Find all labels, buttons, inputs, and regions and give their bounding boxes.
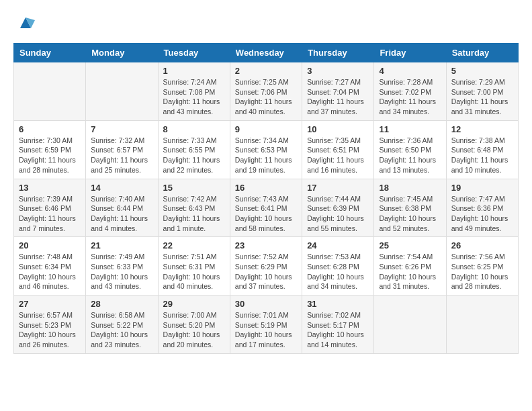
day-content: Sunrise: 7:25 AM Sunset: 7:06 PM Dayligh… (235, 77, 297, 117)
calendar-cell: 22Sunrise: 7:51 AM Sunset: 6:31 PM Dayli… (158, 237, 230, 295)
day-content: Sunrise: 7:53 AM Sunset: 6:28 PM Dayligh… (307, 252, 369, 291)
calendar-cell: 2Sunrise: 7:25 AM Sunset: 7:06 PM Daylig… (230, 62, 302, 121)
calendar-cell: 8Sunrise: 7:33 AM Sunset: 6:55 PM Daylig… (158, 120, 230, 179)
calendar-cell (86, 62, 158, 121)
day-content: Sunrise: 7:49 AM Sunset: 6:33 PM Dayligh… (91, 252, 152, 291)
calendar-cell: 24Sunrise: 7:53 AM Sunset: 6:28 PM Dayli… (302, 237, 374, 295)
day-number: 2 (235, 66, 297, 76)
calendar-cell: 31Sunrise: 7:02 AM Sunset: 5:17 PM Dayli… (302, 295, 374, 354)
calendar-cell: 20Sunrise: 7:48 AM Sunset: 6:34 PM Dayli… (14, 237, 86, 295)
page-header (13, 13, 519, 32)
calendar-cell: 29Sunrise: 7:00 AM Sunset: 5:20 PM Dayli… (158, 295, 230, 354)
calendar-cell: 30Sunrise: 7:01 AM Sunset: 5:19 PM Dayli… (230, 295, 302, 354)
day-content: Sunrise: 7:35 AM Sunset: 6:51 PM Dayligh… (307, 136, 369, 175)
calendar-cell: 16Sunrise: 7:43 AM Sunset: 6:41 PM Dayli… (230, 179, 302, 237)
calendar-cell: 26Sunrise: 7:56 AM Sunset: 6:25 PM Dayli… (446, 237, 518, 295)
day-number: 26 (451, 240, 513, 250)
calendar-cell: 3Sunrise: 7:27 AM Sunset: 7:04 PM Daylig… (302, 62, 374, 121)
day-number: 28 (91, 299, 152, 309)
calendar-cell: 4Sunrise: 7:28 AM Sunset: 7:02 PM Daylig… (374, 62, 446, 121)
day-number: 16 (235, 183, 297, 193)
calendar-cell: 23Sunrise: 7:52 AM Sunset: 6:29 PM Dayli… (230, 237, 302, 295)
day-content: Sunrise: 7:00 AM Sunset: 5:20 PM Dayligh… (163, 310, 225, 350)
day-content: Sunrise: 7:30 AM Sunset: 6:59 PM Dayligh… (19, 136, 81, 175)
calendar-cell: 17Sunrise: 7:44 AM Sunset: 6:39 PM Dayli… (302, 179, 374, 237)
day-content: Sunrise: 7:52 AM Sunset: 6:29 PM Dayligh… (235, 252, 297, 291)
header-row: SundayMondayTuesdayWednesdayThursdayFrid… (14, 44, 519, 62)
header-day-friday: Friday (374, 44, 446, 62)
day-number: 24 (307, 240, 369, 250)
calendar-cell: 19Sunrise: 7:47 AM Sunset: 6:36 PM Dayli… (446, 179, 518, 237)
day-content: Sunrise: 7:34 AM Sunset: 6:53 PM Dayligh… (235, 136, 297, 175)
day-content: Sunrise: 7:36 AM Sunset: 6:50 PM Dayligh… (379, 136, 441, 175)
day-number: 29 (163, 299, 225, 309)
header-day-monday: Monday (86, 44, 158, 62)
day-number: 27 (19, 299, 81, 309)
header-day-wednesday: Wednesday (230, 44, 302, 62)
day-content: Sunrise: 7:47 AM Sunset: 6:36 PM Dayligh… (451, 194, 513, 234)
calendar-cell: 7Sunrise: 7:32 AM Sunset: 6:57 PM Daylig… (86, 120, 158, 179)
day-number: 14 (91, 183, 152, 193)
week-row-5: 27Sunrise: 6:57 AM Sunset: 5:23 PM Dayli… (14, 295, 519, 354)
day-content: Sunrise: 7:27 AM Sunset: 7:04 PM Dayligh… (307, 77, 369, 117)
logo-icon (16, 13, 35, 32)
calendar-cell: 15Sunrise: 7:42 AM Sunset: 6:43 PM Dayli… (158, 179, 230, 237)
calendar-cell: 11Sunrise: 7:36 AM Sunset: 6:50 PM Dayli… (374, 120, 446, 179)
day-number: 21 (91, 240, 152, 250)
day-content: Sunrise: 6:57 AM Sunset: 5:23 PM Dayligh… (19, 310, 81, 350)
day-content: Sunrise: 7:24 AM Sunset: 7:08 PM Dayligh… (163, 77, 225, 117)
header-day-tuesday: Tuesday (158, 44, 230, 62)
day-number: 1 (163, 66, 225, 76)
day-content: Sunrise: 7:51 AM Sunset: 6:31 PM Dayligh… (163, 252, 225, 291)
week-row-3: 13Sunrise: 7:39 AM Sunset: 6:46 PM Dayli… (14, 179, 519, 237)
day-number: 20 (19, 240, 81, 250)
day-number: 25 (379, 240, 441, 250)
logo (13, 13, 35, 32)
day-number: 22 (163, 240, 225, 250)
calendar-table: SundayMondayTuesdayWednesdayThursdayFrid… (13, 43, 519, 354)
day-content: Sunrise: 7:38 AM Sunset: 6:48 PM Dayligh… (451, 136, 513, 175)
day-content: Sunrise: 7:43 AM Sunset: 6:41 PM Dayligh… (235, 194, 297, 234)
day-number: 19 (451, 183, 513, 193)
day-content: Sunrise: 7:40 AM Sunset: 6:44 PM Dayligh… (91, 194, 152, 234)
day-content: Sunrise: 7:01 AM Sunset: 5:19 PM Dayligh… (235, 310, 297, 350)
day-content: Sunrise: 7:48 AM Sunset: 6:34 PM Dayligh… (19, 252, 81, 291)
day-number: 30 (235, 299, 297, 309)
day-number: 23 (235, 240, 297, 250)
calendar-cell: 14Sunrise: 7:40 AM Sunset: 6:44 PM Dayli… (86, 179, 158, 237)
calendar-cell: 6Sunrise: 7:30 AM Sunset: 6:59 PM Daylig… (14, 120, 86, 179)
day-content: Sunrise: 7:54 AM Sunset: 6:26 PM Dayligh… (379, 252, 441, 291)
day-content: Sunrise: 6:58 AM Sunset: 5:22 PM Dayligh… (91, 310, 152, 350)
day-number: 11 (379, 124, 441, 134)
day-number: 5 (451, 66, 513, 76)
day-number: 4 (379, 66, 441, 76)
day-number: 17 (307, 183, 369, 193)
day-number: 13 (19, 183, 81, 193)
day-content: Sunrise: 7:29 AM Sunset: 7:00 PM Dayligh… (451, 77, 513, 117)
calendar-cell: 25Sunrise: 7:54 AM Sunset: 6:26 PM Dayli… (374, 237, 446, 295)
header-day-thursday: Thursday (302, 44, 374, 62)
day-content: Sunrise: 7:56 AM Sunset: 6:25 PM Dayligh… (451, 252, 513, 291)
day-number: 6 (19, 124, 81, 134)
day-number: 10 (307, 124, 369, 134)
day-number: 9 (235, 124, 297, 134)
calendar-cell: 27Sunrise: 6:57 AM Sunset: 5:23 PM Dayli… (14, 295, 86, 354)
calendar-cell: 1Sunrise: 7:24 AM Sunset: 7:08 PM Daylig… (158, 62, 230, 121)
day-number: 8 (163, 124, 225, 134)
day-content: Sunrise: 7:28 AM Sunset: 7:02 PM Dayligh… (379, 77, 441, 117)
day-number: 7 (91, 124, 152, 134)
header-day-sunday: Sunday (14, 44, 86, 62)
calendar-cell: 10Sunrise: 7:35 AM Sunset: 6:51 PM Dayli… (302, 120, 374, 179)
day-content: Sunrise: 7:02 AM Sunset: 5:17 PM Dayligh… (307, 310, 369, 350)
calendar-cell (446, 295, 518, 354)
calendar-cell (14, 62, 86, 121)
calendar-cell: 21Sunrise: 7:49 AM Sunset: 6:33 PM Dayli… (86, 237, 158, 295)
day-number: 31 (307, 299, 369, 309)
day-content: Sunrise: 7:33 AM Sunset: 6:55 PM Dayligh… (163, 136, 225, 175)
day-number: 18 (379, 183, 441, 193)
day-content: Sunrise: 7:45 AM Sunset: 6:38 PM Dayligh… (379, 194, 441, 234)
day-content: Sunrise: 7:44 AM Sunset: 6:39 PM Dayligh… (307, 194, 369, 234)
calendar-cell (374, 295, 446, 354)
calendar-cell: 5Sunrise: 7:29 AM Sunset: 7:00 PM Daylig… (446, 62, 518, 121)
calendar-cell: 28Sunrise: 6:58 AM Sunset: 5:22 PM Dayli… (86, 295, 158, 354)
